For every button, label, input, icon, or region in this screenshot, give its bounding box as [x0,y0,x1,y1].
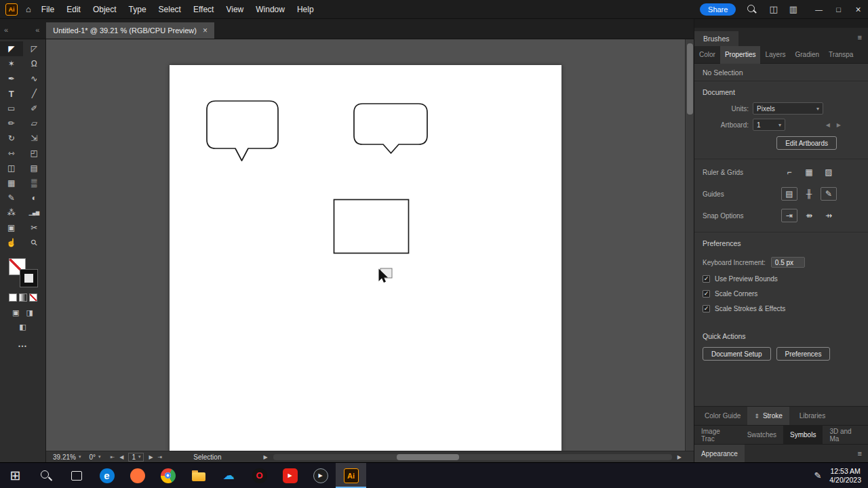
tab-stroke[interactable]: ⇕Stroke [747,407,789,425]
selection-tool[interactable]: ◤ [0,41,23,56]
youtube-icon[interactable]: ▶ [275,463,305,488]
show-rulers-icon[interactable]: ⌐ [781,165,797,179]
artboard-number-dropdown[interactable]: 1 ▾ [128,453,144,462]
scroll-right-icon[interactable]: ▶ [677,454,682,460]
curvature-tool[interactable]: ∿ [23,71,46,86]
magic-wand-tool[interactable]: ✶ [0,56,23,71]
brushes-panel-tab[interactable]: Brushes [694,31,738,46]
hand-tool[interactable]: ☝ [0,235,23,250]
width-tool[interactable]: ⇿ [0,146,23,161]
scale-corners-checkbox[interactable]: ✓ Scale Corners [703,286,860,301]
none-swatch[interactable] [29,293,37,302]
gradient-tool[interactable]: ▒ [23,176,46,190]
transparency-grid-icon[interactable]: ▨ [821,165,837,179]
panel-tab-layers[interactable]: Layers [760,46,790,64]
collapse-toolbar-icon[interactable]: « [31,26,39,39]
document-setup-button[interactable]: Document Setup [703,347,771,361]
menu-file[interactable]: File [35,0,60,18]
color-swatch[interactable] [9,293,17,302]
stroke-swatch[interactable] [20,270,37,287]
taskbar-clock[interactable]: 12:53 AM 4/20/2023 [829,467,861,485]
column-graph-tool[interactable]: ▁▄▆ [23,205,46,220]
panel-tab-gradient[interactable]: Gradien [791,46,825,64]
last-artboard-icon[interactable]: ⇥ [158,454,163,460]
keyboard-increment-input[interactable]: 0.5 px [771,257,805,268]
file-explorer-icon[interactable] [183,463,214,488]
appearance-panel-tab[interactable]: Appearance [694,445,745,462]
edit-guides-icon[interactable]: ✎ [821,187,837,201]
menu-view[interactable]: View [220,0,250,18]
shape-builder-tool[interactable]: ◫ [0,161,23,176]
eraser-tool[interactable]: ▱ [23,116,46,131]
start-icon[interactable]: ⊞ [0,463,31,488]
tab-3d-materials[interactable]: 3D and Ma [823,426,868,444]
type-tool[interactable]: T [0,86,23,101]
perspective-grid-tool[interactable]: ▤ [23,161,46,176]
tab-symbols[interactable]: Symbols [783,426,823,444]
draw-behind-icon[interactable]: ◨ [26,308,33,317]
gradient-swatch[interactable] [19,293,27,302]
windows-ink-icon[interactable]: ✎ [814,470,821,481]
edit-toolbar-icon[interactable]: … [18,338,28,349]
symbol-sprayer-tool[interactable]: ⁂ [0,205,23,220]
zoom-control[interactable]: 39.21% ▾ [49,453,85,461]
menu-object[interactable]: Object [87,0,123,18]
task-view-icon[interactable] [61,463,92,488]
paintbrush-tool[interactable]: ✐ [23,101,46,116]
menu-select[interactable]: Select [153,0,187,18]
line-segment-tool[interactable]: ╱ [23,86,46,101]
search-icon[interactable] [31,463,61,488]
pen-tool[interactable]: ✒ [0,71,23,86]
menu-help[interactable]: Help [291,0,320,18]
pencil-tool[interactable]: ✏ [0,116,23,131]
home-icon[interactable]: ⌂ [26,4,31,14]
tab-libraries[interactable]: Libraries [789,407,832,425]
next-artboard-icon[interactable]: ▶ [149,454,153,460]
illustrator-icon[interactable]: Ai [336,463,366,488]
share-button[interactable]: Share [700,3,736,16]
rectangle-tool[interactable]: ▭ [0,101,23,116]
horizontal-scrollbar[interactable] [273,454,672,460]
panel-tab-color[interactable]: Color [694,46,720,64]
preferences-button[interactable]: Preferences [776,347,831,361]
speech-bubble-left[interactable] [207,101,278,161]
panel-tab-properties[interactable]: Properties [720,46,761,64]
menu-effect[interactable]: Effect [187,0,220,18]
previous-artboard-icon[interactable]: ◀ [119,454,123,460]
minimize-button[interactable]: — [809,0,829,18]
free-transform-tool[interactable]: ◰ [23,146,46,161]
show-guides-icon[interactable]: ▤ [781,187,797,201]
close-button[interactable]: × [848,0,868,18]
illustrator-app-icon[interactable]: Ai [5,3,18,16]
blend-tool[interactable]: ◐ [23,190,46,205]
menu-edit[interactable]: Edit [60,0,87,18]
artboard[interactable] [170,65,561,451]
canvas[interactable] [46,39,694,451]
draw-normal-icon[interactable]: ▣ [12,308,19,317]
panel-menu-icon[interactable]: ≡ [858,449,862,458]
vertical-scrollbar[interactable] [685,39,694,451]
scale-tool[interactable]: ⇲ [23,131,46,146]
eyedropper-tool[interactable]: ✎ [0,190,23,205]
snap-to-point-icon[interactable]: ⇥ [781,209,797,222]
artboard-dropdown[interactable]: 1 ▾ [753,119,785,131]
status-expand-icon[interactable]: ▶ [263,454,267,460]
fill-stroke-widget[interactable] [9,258,37,287]
units-dropdown[interactable]: Pixels ▾ [753,102,823,115]
media-player-icon[interactable]: ▶ [305,463,336,488]
edge-icon[interactable]: e [92,463,122,488]
first-artboard-icon[interactable]: ⇤ [111,454,115,460]
lock-guides-icon[interactable]: ╫ [801,187,817,201]
firefox-icon[interactable] [122,463,153,488]
scale-strokes-effects-checkbox[interactable]: ✓ Scale Strokes & Effects [703,301,860,316]
speech-bubble-right[interactable] [354,104,427,153]
zoom-tool[interactable]: ⚲ [23,235,46,250]
document-tab[interactable]: Untitled-1* @ 39.21 % (RGB/CPU Preview) … [46,22,214,39]
workspace-switcher-icon[interactable]: ▥ [789,4,797,14]
arrange-documents-icon[interactable]: ◫ [769,4,777,14]
onedrive-icon[interactable]: ☁ [214,463,244,488]
snap-to-glyph-icon[interactable]: ⇸ [821,209,837,222]
show-grid-icon[interactable]: ▦ [801,165,817,179]
prev-artboard-icon[interactable]: ◀ [826,122,830,128]
lasso-tool[interactable]: Ω [23,56,46,71]
